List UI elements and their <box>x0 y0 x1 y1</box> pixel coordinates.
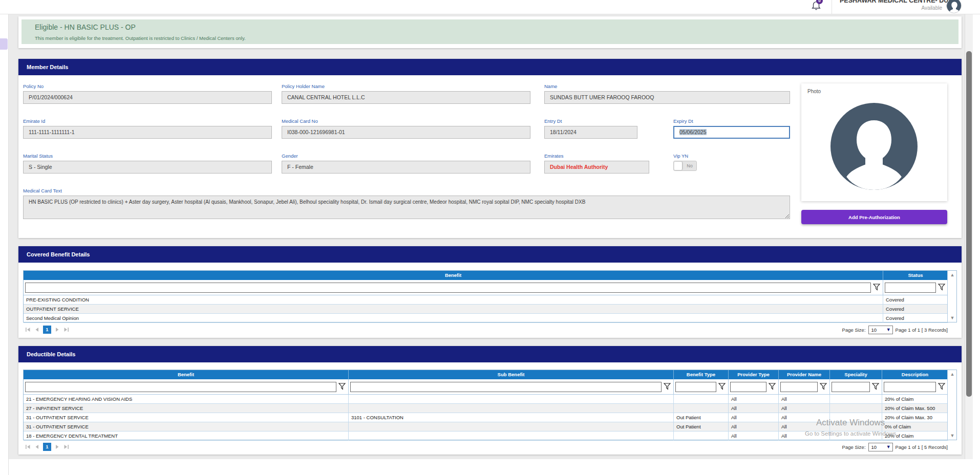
benefit-filter-funnel-button[interactable] <box>337 382 347 392</box>
provider-name-filter-input[interactable] <box>780 382 818 392</box>
org-block[interactable]: PESHAWAR MEDICAL CENTRE- DUBAI Available <box>840 0 942 11</box>
benefit-filter-funnel-button[interactable] <box>872 283 881 292</box>
table-row[interactable]: 18 - EMERGENCY DENTAL TREATMENT All All … <box>24 431 947 441</box>
policy-no-label: Policy No <box>23 83 272 89</box>
pager-last-button[interactable] <box>61 326 71 334</box>
benefit-filter-input[interactable] <box>25 382 336 392</box>
filter-funnel-icon <box>768 382 776 391</box>
status-filter-funnel-button[interactable] <box>937 283 946 292</box>
column-header-benefit[interactable]: Benefit <box>24 271 883 280</box>
pager-next-button[interactable] <box>53 443 61 451</box>
cell-provider-type: All <box>729 404 779 413</box>
cell-benefit: 31 - OUTPATIENT SERVICE <box>24 413 349 422</box>
cell-speciality <box>830 413 882 422</box>
column-header-provider-type[interactable]: Provider Type <box>729 370 779 379</box>
cell-status: Covered <box>883 295 948 305</box>
filter-funnel-icon <box>819 382 827 391</box>
pager-page-1-button[interactable]: 1 <box>43 326 51 334</box>
notification-bell-button[interactable]: 0 <box>811 0 824 12</box>
speciality-filter-funnel-button[interactable] <box>871 382 880 392</box>
status-filter-input[interactable] <box>885 283 936 293</box>
scrollbar-thumb[interactable] <box>966 51 972 397</box>
provider-type-filter-input[interactable] <box>730 382 766 392</box>
benefit-filter-input[interactable] <box>25 283 871 293</box>
table-row[interactable]: PRE-EXISTING CONDITION Covered <box>24 295 947 305</box>
user-avatar[interactable] <box>946 0 962 13</box>
scroll-up-icon[interactable]: ▲ <box>948 372 957 377</box>
benefit-type-filter-input[interactable] <box>675 382 716 392</box>
cell-description: 20% of Claim Max. 30 <box>882 413 948 422</box>
medical-card-no-label: Medical Card No <box>282 118 530 124</box>
cell-provider-type: All <box>729 395 779 404</box>
cell-description: 20% of Claim Max. 500 <box>882 404 948 413</box>
description-filter-funnel-button[interactable] <box>937 382 946 392</box>
page-size-select[interactable]: 10 ▼ <box>868 326 893 334</box>
name-label: Name <box>544 83 790 89</box>
column-header-benefit[interactable]: Benefit <box>24 370 349 379</box>
page-size-select[interactable]: 10 ▼ <box>868 443 893 451</box>
pager-next-button[interactable] <box>53 326 61 334</box>
table-row[interactable]: OUTPATIENT SERVICE Covered <box>24 305 947 314</box>
table-row[interactable]: 31 - OUTPATIENT SERVICE Out Patient All … <box>24 422 947 431</box>
covered-benefits-table: Benefit Status <box>23 270 957 322</box>
cell-provider-type: All <box>729 431 779 441</box>
speciality-filter-input[interactable] <box>832 382 870 392</box>
notification-badge: 0 <box>816 0 823 4</box>
cell-benefit: OUTPATIENT SERVICE <box>24 305 883 314</box>
description-filter-input[interactable] <box>884 382 936 392</box>
table-row[interactable]: 27 - INPATIENT SERVICE All All 20% of Cl… <box>24 404 947 413</box>
filter-funnel-icon <box>718 382 726 391</box>
expiry-dt-input[interactable]: 05/06/2025 <box>673 126 790 139</box>
pager-first-button[interactable] <box>23 326 33 334</box>
cell-speciality <box>830 395 882 404</box>
pager-first-icon <box>25 444 31 449</box>
table-row[interactable]: 21 - EMERGENCY HEARING AND VISION AIDS A… <box>24 395 947 404</box>
eligibility-banner: Eligible - HN BASIC PLUS - OP This membe… <box>22 19 958 44</box>
pager-last-icon <box>63 327 69 332</box>
scroll-down-icon[interactable]: ▼ <box>948 433 957 438</box>
provider-type-filter-funnel-button[interactable] <box>768 382 777 392</box>
column-header-sub-benefit[interactable]: Sub Benefit <box>349 370 674 379</box>
cell-status: Covered <box>883 314 948 323</box>
deductible-details-pager: 1 Page Size: 10 ▼ Page 1 of 1 [ 5 Record… <box>23 442 948 451</box>
pager-last-button[interactable] <box>61 443 71 451</box>
cell-benefit-type: Out Patient <box>674 422 729 431</box>
scroll-up-icon[interactable]: ▲ <box>948 272 957 277</box>
cell-benefit: 18 - EMERGENCY DENTAL TREATMENT <box>24 431 349 441</box>
scroll-down-icon[interactable]: ▼ <box>948 315 957 320</box>
emirate-id-field: Emirate Id 111-1111-1111111-1 <box>23 118 272 139</box>
vip-yn-toggle[interactable]: No <box>673 161 697 171</box>
medical-card-no-value: I038-000-121696981-01 <box>282 126 530 139</box>
cell-description: 0% of Claim <box>882 422 948 431</box>
vertical-scrollbar[interactable] <box>965 14 973 459</box>
cell-sub-benefit <box>349 395 674 404</box>
topbar: 0 PESHAWAR MEDICAL CENTRE- DUBAI Availab… <box>0 0 980 14</box>
cell-sub-benefit <box>349 431 674 441</box>
provider-name-filter-funnel-button[interactable] <box>819 382 828 392</box>
deductible-details-section: Deductible Details Benefit Sub Benefit B… <box>18 346 962 455</box>
column-header-description[interactable]: Description <box>882 370 948 379</box>
name-field: Name SUNDAS BUTT UMER FAROOQ FAROOQ <box>544 83 790 104</box>
column-header-provider-name[interactable]: Provider Name <box>779 370 830 379</box>
filter-funnel-icon <box>938 382 946 391</box>
pager-page-1-button[interactable]: 1 <box>43 443 51 451</box>
sub-benefit-filter-input[interactable] <box>350 382 662 392</box>
pager-prev-button[interactable] <box>33 326 41 334</box>
benefit-type-filter-funnel-button[interactable] <box>717 382 727 392</box>
medical-card-text-area[interactable]: HN BASIC PLUS (OP restricted to clinics)… <box>23 196 790 219</box>
table-row[interactable]: 31 - OUTPATIENT SERVICE 3101 - CONSULTAT… <box>24 413 947 422</box>
member-photo-placeholder <box>830 103 918 190</box>
add-preauthorization-button[interactable]: Add Pre-Authorization <box>801 210 947 224</box>
column-header-benefit-type[interactable]: Benefit Type <box>674 370 729 379</box>
column-header-status[interactable]: Status <box>883 271 948 280</box>
nav-edge-chip[interactable] <box>0 38 8 50</box>
cell-description: 20% of Claim <box>882 431 948 441</box>
covered-benefits-pager: 1 Page Size: 10 ▼ Page 1 of 1 [ 3 Record… <box>23 325 948 334</box>
table-row[interactable]: Second Medical Opinion Covered <box>24 314 947 323</box>
sub-benefit-filter-funnel-button[interactable] <box>663 382 672 392</box>
pager-prev-button[interactable] <box>33 443 41 451</box>
cell-benefit-type <box>674 404 729 413</box>
column-header-speciality[interactable]: Speciality <box>830 370 882 379</box>
pager-first-button[interactable] <box>23 443 33 451</box>
covered-table-filter-row <box>24 280 947 295</box>
